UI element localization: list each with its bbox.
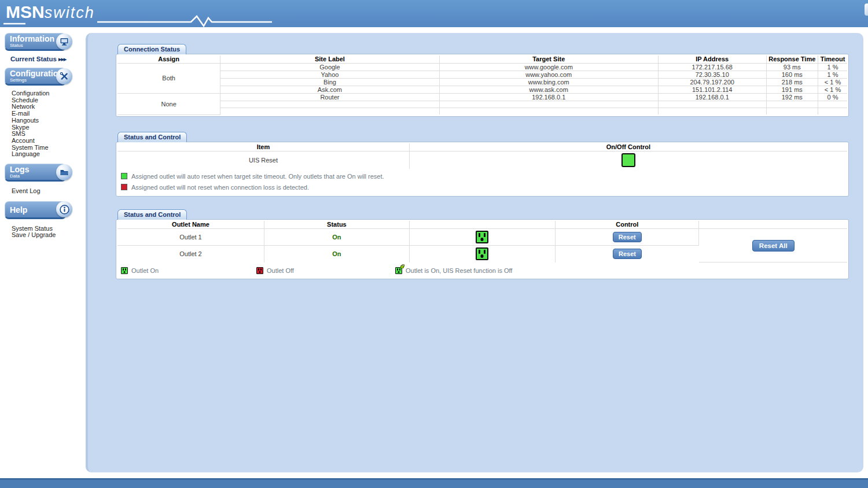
sidebar-section-help: Help xyxy=(5,201,66,219)
col-header-timeout: Timeout xyxy=(818,56,847,63)
cell-site-label xyxy=(220,108,439,114)
col-header-item: Item xyxy=(117,143,409,151)
cell-ip: 192.168.0.1 xyxy=(658,93,766,101)
table-row: Yahoo www.yahoo.com 72.30.35.10 160 ms 1… xyxy=(117,71,847,78)
cell-uis-reset-control xyxy=(409,151,847,169)
table-row xyxy=(117,101,847,108)
table-row: Ask.com www.ask.com 151.101.2.114 191 ms… xyxy=(117,86,847,93)
section-subtitle: Data xyxy=(10,174,61,179)
cell-site-label: Router xyxy=(220,93,439,101)
col-header-onoff: On/Off Control xyxy=(409,143,847,151)
section-subtitle: Status xyxy=(10,43,61,48)
col-header-status: Status xyxy=(264,221,409,229)
main-content-panel: Connection Status Assign Site Label Targ… xyxy=(86,33,863,472)
connection-status-box: Assign Site Label Target Site IP Address… xyxy=(116,54,849,117)
cell-outlet-control: Reset xyxy=(556,229,699,246)
outlet-on-icon xyxy=(476,231,488,243)
legend-text: Outlet is On, UIS Reset function is Off xyxy=(406,267,512,274)
cell-outlet-name: Outlet 1 xyxy=(117,229,264,246)
outlet-on-icon xyxy=(476,247,488,260)
cell-target-site: www.google.com xyxy=(439,63,658,71)
col-header-site-label: Site Label xyxy=(220,56,439,63)
cell-response: 218 ms xyxy=(766,78,818,86)
legend-text: Outlet Off xyxy=(267,267,294,274)
reset-all-button[interactable]: Reset All xyxy=(752,240,795,252)
cell-ip xyxy=(658,108,766,114)
sidebar-item-language[interactable]: Language xyxy=(12,151,86,158)
tab-status-and-control[interactable]: Status and Control xyxy=(117,209,187,220)
reset-button-outlet-1[interactable]: Reset xyxy=(613,232,642,242)
outlet-on-lock-icon xyxy=(395,267,402,274)
cell-response: 160 ms xyxy=(766,71,818,78)
sidebar: Information Status Current Status ▶▶▶ Co… xyxy=(0,27,86,478)
col-header-response-time: Response Time xyxy=(766,56,818,63)
uis-control-table: Item On/Off Control UIS Reset xyxy=(117,143,847,169)
sidebar-item-current-status[interactable]: Current Status ▶▶▶ xyxy=(10,56,86,62)
cell-outlet-name: Outlet 2 xyxy=(117,246,264,263)
legend-item-outlet-on: Outlet On xyxy=(121,267,256,274)
sidebar-item-event-log[interactable]: Event Log xyxy=(12,188,86,195)
cell-reset-all: Reset All xyxy=(699,229,847,263)
col-header-target-site: Target Site xyxy=(439,56,658,63)
outlet-control-section: Status and Control Outlet Name Status Co… xyxy=(116,209,849,280)
section-title: Information xyxy=(10,35,61,43)
legend-item-green: Assigned outlet will auto reset when tar… xyxy=(121,173,847,180)
tools-icon xyxy=(56,68,72,84)
outlet-control-table: Outlet Name Status Control Outlet 1 On R… xyxy=(117,221,847,263)
help-nav-list: System Status Save / Upgrade xyxy=(12,225,86,239)
cell-site-label: Bing xyxy=(220,78,439,86)
current-status-label: Current Status xyxy=(10,56,57,62)
cell-timeout: 1 % xyxy=(818,63,847,71)
configuration-nav-list: Configuration Schedule Network E-mail Ha… xyxy=(12,90,86,158)
cell-timeout: 0 % xyxy=(818,93,847,101)
cell-response: 191 ms xyxy=(766,86,818,93)
outlet-control-box: Outlet Name Status Control Outlet 1 On R… xyxy=(116,219,849,280)
table-row: Both Google www.google.com 172.217.15.68… xyxy=(117,63,847,71)
cell-response: 192 ms xyxy=(766,93,818,101)
cell-target-site xyxy=(439,108,658,114)
cell-site-label: Google xyxy=(220,63,439,71)
cell-ip: 172.217.15.68 xyxy=(658,63,766,71)
cell-response xyxy=(766,101,818,108)
section-title: Logs xyxy=(10,165,61,174)
folder-icon xyxy=(56,164,72,180)
logs-nav-list: Event Log xyxy=(12,188,86,195)
outlet-off-icon xyxy=(256,267,263,274)
cell-uis-reset-label: UIS Reset xyxy=(117,151,409,169)
cell-target-site: www.ask.com xyxy=(439,86,658,93)
tab-connection-status[interactable]: Connection Status xyxy=(117,44,186,54)
cell-timeout xyxy=(818,101,847,108)
section-subtitle: Settings xyxy=(10,78,61,83)
triple-arrow-icon: ▶▶▶ xyxy=(58,57,66,61)
cell-outlet-state xyxy=(409,246,555,263)
cell-outlet-control: Reset xyxy=(556,246,699,263)
sidebar-item-save-upgrade[interactable]: Save / Upgrade xyxy=(12,232,86,239)
cell-ip xyxy=(658,101,766,108)
sidebar-section-logs: Logs Data xyxy=(5,164,66,182)
legend-item-red: Assigned outlet will not reset when conn… xyxy=(121,184,847,191)
legend-text: Assigned outlet will not reset when conn… xyxy=(131,184,309,191)
connection-status-section: Connection Status Assign Site Label Targ… xyxy=(116,33,849,117)
section-title: Help xyxy=(10,203,61,217)
cell-target-site: 192.168.0.1 xyxy=(439,93,658,101)
cell-site-label: Yahoo xyxy=(220,71,439,78)
cell-timeout: < 1 % xyxy=(818,78,847,86)
col-header-assign: Assign xyxy=(117,56,220,63)
uis-reset-onoff-button[interactable] xyxy=(621,153,635,167)
sidebar-item-configuration[interactable]: Configuration xyxy=(12,90,86,97)
reset-button-outlet-2[interactable]: Reset xyxy=(613,249,642,259)
sidebar-item-hangouts[interactable]: Hangouts xyxy=(12,117,86,124)
legend-text: Outlet On xyxy=(131,267,159,274)
cell-timeout xyxy=(818,108,847,114)
legend-text: Assigned outlet will auto reset when tar… xyxy=(131,173,384,180)
cell-timeout: < 1 % xyxy=(818,86,847,93)
tab-status-and-control[interactable]: Status and Control xyxy=(117,132,187,142)
outlet-on-icon xyxy=(121,267,128,274)
sidebar-item-account[interactable]: Account xyxy=(12,138,86,145)
cell-assign: None xyxy=(117,93,220,114)
sidebar-section-information: Information Status xyxy=(5,33,66,51)
col-header-blank xyxy=(409,221,555,229)
cell-ip: 72.30.35.10 xyxy=(658,71,766,78)
red-swatch-icon xyxy=(121,184,127,190)
col-header-blank xyxy=(699,221,847,229)
